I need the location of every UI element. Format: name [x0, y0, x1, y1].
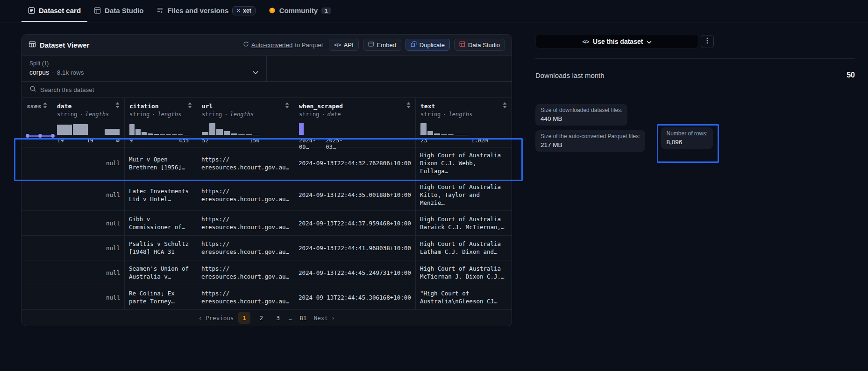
- column-type: string·lengths: [420, 110, 507, 118]
- cell-text[interactable]: "High Court of Australia\nGleeson CJ…: [415, 285, 512, 309]
- cell-url[interactable]: https:// eresources.hcourt.gov.au…: [197, 285, 294, 309]
- stat-box-parquet-size: Size of the auto-converted Parquet files…: [535, 130, 645, 152]
- column-header-partial[interactable]: sses: [22, 98, 52, 147]
- page-button-81[interactable]: 81: [297, 312, 309, 324]
- split-separator: ·: [52, 69, 54, 76]
- cell-date[interactable]: null: [52, 147, 124, 179]
- duplicate-button[interactable]: Duplicate: [406, 39, 450, 51]
- page-button-2[interactable]: 2: [255, 312, 267, 324]
- cell-text[interactable]: High Court of Australia McTiernan J. Dix…: [415, 260, 512, 285]
- sidebar: </> Use this dataset Downloads last mont…: [535, 34, 855, 152]
- cell-date[interactable]: null: [52, 236, 124, 260]
- cell-date[interactable]: null: [52, 260, 124, 285]
- column-stats: 52150: [202, 137, 259, 144]
- table-row[interactable]: null Psaltis v Schultz [1948] HCA 31 htt…: [22, 236, 512, 260]
- sort-icon[interactable]: [188, 102, 192, 110]
- cell-citation[interactable]: Muir v Open Brethren [1956]…: [124, 147, 197, 179]
- cell-citation[interactable]: Psaltis v Schultz [1948] HCA 31: [124, 236, 197, 260]
- cell-when-scraped[interactable]: 2024-09-13T22:44:41.968038+10:00: [294, 236, 415, 260]
- column-histogram: [202, 123, 259, 135]
- split-selector[interactable]: Split (1) corpus · 8.1k rows: [22, 56, 267, 81]
- dataset-stats: Size of downloaded dataset files: 440 MB…: [535, 104, 855, 152]
- column-header-citation[interactable]: citation string·lengths 9435: [124, 98, 197, 147]
- column-header-date[interactable]: date string·lengths 1919∅: [52, 98, 124, 147]
- column-header-when-scraped[interactable]: when_scraped string·date 2024-09…2025-03…: [294, 98, 415, 147]
- cell-text[interactable]: High Court of Australia Latham C.J. Dixo…: [415, 236, 512, 260]
- cell-when-scraped[interactable]: 2024-09-13T22:44:45.306168+10:00: [294, 285, 415, 309]
- embed-button[interactable]: Embed: [363, 39, 401, 51]
- tab-label: Dataset card: [39, 7, 81, 14]
- stat-value: 440 MB: [541, 115, 622, 123]
- range-histogram: [27, 134, 54, 138]
- cell-date[interactable]: null: [52, 179, 124, 210]
- cell-empty: [22, 147, 52, 179]
- tab-community[interactable]: Community 1: [262, 0, 338, 22]
- column-stats: 9435: [129, 137, 189, 144]
- cell-url[interactable]: https:// eresources.hcourt.gov.au…: [197, 179, 294, 210]
- cell-date[interactable]: null: [52, 211, 124, 235]
- cell-citation[interactable]: Gibb v Commissioner of…: [124, 211, 197, 235]
- cell-url[interactable]: https:// eresources.hcourt.gov.au…: [197, 260, 294, 285]
- auto-converted-link[interactable]: Auto-converted: [251, 42, 292, 49]
- cell-when-scraped[interactable]: 2024-09-13T22:44:35.001886+10:00: [294, 179, 415, 210]
- kebab-menu-button[interactable]: [701, 35, 714, 48]
- cell-text[interactable]: High Court of Australia Barwick C.J. McT…: [415, 211, 512, 235]
- api-button[interactable]: </> API: [329, 39, 358, 51]
- xet-badge[interactable]: xet: [232, 6, 255, 15]
- cell-when-scraped[interactable]: 2024-09-13T22:44:32.762806+10:00: [294, 147, 415, 179]
- tab-dataset-card[interactable]: Dataset card: [21, 0, 87, 22]
- cell-date[interactable]: null: [52, 285, 124, 309]
- sort-icon[interactable]: [115, 102, 120, 110]
- cell-url[interactable]: https:// eresources.hcourt.gov.au…: [197, 147, 294, 179]
- next-page-button[interactable]: Next ›: [314, 315, 335, 322]
- column-name: url: [202, 103, 213, 110]
- viewer-title-group: Dataset Viewer: [28, 41, 89, 49]
- search-icon: [29, 85, 36, 94]
- previous-page-button[interactable]: ‹ Previous: [199, 315, 234, 322]
- column-header-url[interactable]: url string·lengths 52150: [197, 98, 294, 147]
- cell-empty: [22, 260, 52, 285]
- table-body: null Muir v Open Brethren [1956]… https:…: [22, 147, 512, 310]
- table-row[interactable]: null Seamen's Union of Australia v… http…: [22, 260, 512, 285]
- column-stats: 1919∅: [57, 137, 120, 144]
- cell-citation[interactable]: Latec Investments Ltd v Hotel…: [124, 179, 197, 210]
- cell-citation[interactable]: Re Colina; Ex parte Torney…: [124, 285, 197, 309]
- table-row[interactable]: null Re Colina; Ex parte Torney… https:/…: [22, 285, 512, 310]
- cell-url[interactable]: https:// eresources.hcourt.gov.au…: [197, 211, 294, 235]
- sort-icon[interactable]: [43, 102, 47, 110]
- cell-empty: [22, 179, 52, 210]
- files-icon: [157, 7, 164, 14]
- column-type: string·lengths: [57, 110, 120, 118]
- split-label: Split (1): [29, 60, 259, 67]
- table-row[interactable]: null Latec Investments Ltd v Hotel… http…: [22, 179, 512, 211]
- sort-icon[interactable]: [285, 102, 289, 110]
- use-this-dataset-button[interactable]: </> Use this dataset: [535, 34, 699, 49]
- column-name: when_scraped: [299, 103, 343, 110]
- auto-converted-suffix: to Parquet: [295, 42, 323, 49]
- stat-value: 8,096: [666, 138, 707, 146]
- page-button-1[interactable]: 1: [238, 312, 250, 324]
- cell-citation[interactable]: Seamen's Union of Australia v…: [124, 260, 197, 285]
- cell-empty: [22, 211, 52, 235]
- cell-text[interactable]: High Court of Australia Dixon C.J. Webb,…: [415, 147, 512, 179]
- duplicate-icon: [411, 41, 417, 49]
- data-studio-button[interactable]: Data Studio: [454, 39, 505, 51]
- column-histogram: [420, 123, 488, 135]
- tab-files-and-versions[interactable]: Files and versions xet: [150, 0, 262, 22]
- page-button-3[interactable]: 3: [272, 312, 284, 324]
- cell-url[interactable]: https:// eresources.hcourt.gov.au…: [197, 236, 294, 260]
- cell-when-scraped[interactable]: 2024-09-13T22:44:45.249731+10:00: [294, 260, 415, 285]
- tab-label: Data Studio: [105, 7, 143, 14]
- search-input[interactable]: [40, 86, 504, 93]
- downloads-label: Downloads last month: [535, 71, 605, 79]
- stat-label: Size of the auto-converted Parquet files…: [541, 133, 640, 140]
- column-header-text[interactable]: text string·lengths 231.02M: [415, 98, 512, 147]
- sort-icon[interactable]: [406, 102, 411, 110]
- column-name: citation: [129, 103, 159, 110]
- tab-data-studio[interactable]: Data Studio: [87, 0, 150, 22]
- cell-text[interactable]: High Court of Australia Kitto, Taylor an…: [415, 179, 512, 210]
- sort-icon[interactable]: [503, 102, 507, 110]
- table-row[interactable]: null Gibb v Commissioner of… https:// er…: [22, 211, 512, 236]
- table-row[interactable]: null Muir v Open Brethren [1956]… https:…: [22, 147, 512, 179]
- cell-when-scraped[interactable]: 2024-09-13T22:44:37.959468+10:00: [294, 211, 415, 235]
